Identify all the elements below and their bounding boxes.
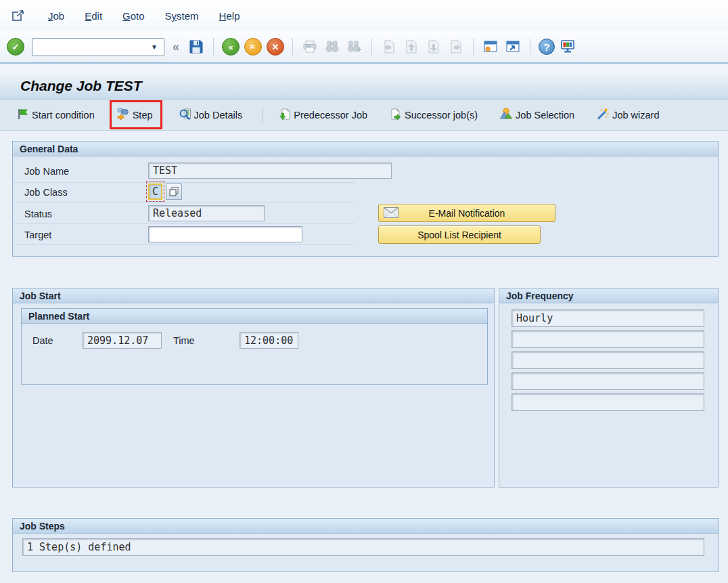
- flag-icon: [16, 108, 29, 123]
- job-frequency-header: Job Frequency: [499, 288, 718, 303]
- menu-job[interactable]: Job: [38, 7, 74, 24]
- job-frequency-field: [511, 393, 704, 411]
- date-label: Date: [32, 335, 53, 346]
- find-icon[interactable]: [323, 38, 341, 56]
- customize-layout-icon[interactable]: [560, 38, 577, 56]
- command-dropdown-icon[interactable]: ▼: [145, 43, 164, 51]
- job-steps-header: Job Steps: [13, 519, 719, 534]
- overlapping-pages-icon: [168, 186, 180, 198]
- step-icon: [116, 107, 130, 123]
- job-steps-summary-field[interactable]: 1 Step(s) defined: [22, 538, 704, 556]
- target-label: Target: [24, 230, 51, 240]
- menu-bar: Job Edit Goto System Help: [0, 0, 728, 31]
- target-input[interactable]: [148, 226, 302, 242]
- job-wizard-icon: [596, 107, 610, 123]
- general-data-group: General Data Job Name TEST Job Class C S…: [12, 141, 719, 257]
- successor-jobs-button[interactable]: Successor job(s): [388, 105, 479, 125]
- toolbar-separator: [292, 38, 293, 56]
- first-page-icon[interactable]: [380, 38, 398, 56]
- job-start-group: Job Start Planned Start Date 2099.12.07 …: [12, 288, 495, 488]
- toolbar-separator: [530, 38, 530, 56]
- sap-window: Job Edit Goto System Help ✓ ▼ « « « ✕: [0, 0, 728, 583]
- general-data-header: General Data: [13, 142, 718, 156]
- job-details-button[interactable]: Job Details: [177, 105, 244, 125]
- status-field: Released: [148, 205, 265, 221]
- email-notification-button[interactable]: E-Mail Notification: [378, 204, 555, 222]
- application-toolbar: Start condition Step: [0, 100, 728, 131]
- next-page-icon[interactable]: [425, 38, 442, 56]
- page-title: Change Job TEST: [20, 78, 142, 94]
- time-field[interactable]: 12:00:00: [240, 332, 298, 349]
- back-icon[interactable]: «: [222, 38, 240, 56]
- start-condition-button[interactable]: Start condition: [15, 105, 96, 125]
- window-gap-strip: [0, 64, 728, 73]
- last-page-icon[interactable]: [447, 38, 465, 56]
- print-icon[interactable]: [301, 38, 319, 56]
- row-divider: [14, 182, 355, 183]
- command-field: ▼: [32, 38, 164, 56]
- job-frequency-field: Hourly: [511, 309, 704, 327]
- job-selection-icon: [499, 107, 513, 123]
- step-button[interactable]: Step: [115, 104, 154, 125]
- job-class-label: Job Class: [24, 187, 68, 198]
- previous-page-icon[interactable]: [403, 38, 420, 56]
- app-toolbar-separator: [263, 107, 263, 123]
- planned-start-header: Planned Start: [22, 309, 487, 324]
- row-divider: [14, 202, 355, 203]
- toolbar-separator: [213, 38, 214, 56]
- job-steps-group: Job Steps 1 Step(s) defined: [12, 518, 719, 572]
- collapse-toolbar-icon[interactable]: «: [173, 40, 179, 54]
- spool-list-recipient-button[interactable]: Spool List Recipient: [378, 225, 541, 244]
- job-class-copy-button[interactable]: [166, 183, 182, 200]
- predecessor-job-icon: [278, 108, 291, 123]
- help-icon[interactable]: ?: [539, 39, 555, 55]
- date-field[interactable]: 2099.12.07: [83, 332, 162, 349]
- job-start-header: Job Start: [13, 288, 494, 303]
- time-label: Time: [173, 335, 195, 346]
- menu-goto[interactable]: Goto: [112, 7, 155, 24]
- command-input[interactable]: [32, 39, 145, 56]
- screen-exit-icon[interactable]: [8, 7, 28, 24]
- job-name-field[interactable]: TEST: [148, 163, 392, 179]
- job-class-field[interactable]: C: [148, 183, 162, 200]
- job-details-icon: [179, 108, 191, 123]
- job-wizard-button[interactable]: Job wizard: [595, 104, 660, 125]
- job-frequency-field: [511, 351, 704, 369]
- menu-help[interactable]: Help: [209, 7, 250, 24]
- row-divider: [14, 244, 355, 245]
- exit-up-icon[interactable]: «: [244, 38, 262, 56]
- job-frequency-field: [511, 372, 704, 390]
- job-name-label: Job Name: [24, 166, 69, 177]
- status-label: Status: [24, 209, 52, 219]
- menu-system[interactable]: System: [155, 7, 209, 24]
- job-selection-button[interactable]: Job Selection: [498, 104, 576, 125]
- successor-jobs-icon: [389, 108, 402, 123]
- menu-edit[interactable]: Edit: [74, 7, 112, 24]
- enter-check-icon[interactable]: ✓: [7, 38, 24, 56]
- main-content: General Data Job Name TEST Job Class C S…: [0, 131, 728, 583]
- toolbar-separator: [371, 38, 372, 56]
- cancel-icon[interactable]: ✕: [267, 38, 284, 56]
- row-divider: [14, 223, 355, 224]
- title-bar: Change Job TEST: [0, 73, 728, 100]
- step-highlight-annotation: Step: [110, 100, 162, 129]
- job-frequency-field: [511, 330, 704, 348]
- standard-toolbar: ✓ ▼ « « « ✕: [0, 31, 728, 64]
- job-frequency-group: Job Frequency Hourly: [499, 288, 719, 488]
- new-session-icon[interactable]: [482, 38, 499, 56]
- predecessor-job-button[interactable]: Predecessor Job: [277, 105, 369, 125]
- toolbar-separator: [473, 38, 474, 56]
- envelope-icon: [384, 207, 399, 220]
- create-shortcut-icon[interactable]: [504, 38, 522, 56]
- find-next-icon[interactable]: [346, 38, 363, 56]
- save-icon[interactable]: [187, 38, 205, 56]
- planned-start-group: Planned Start Date 2099.12.07 Time 12:00…: [21, 308, 488, 385]
